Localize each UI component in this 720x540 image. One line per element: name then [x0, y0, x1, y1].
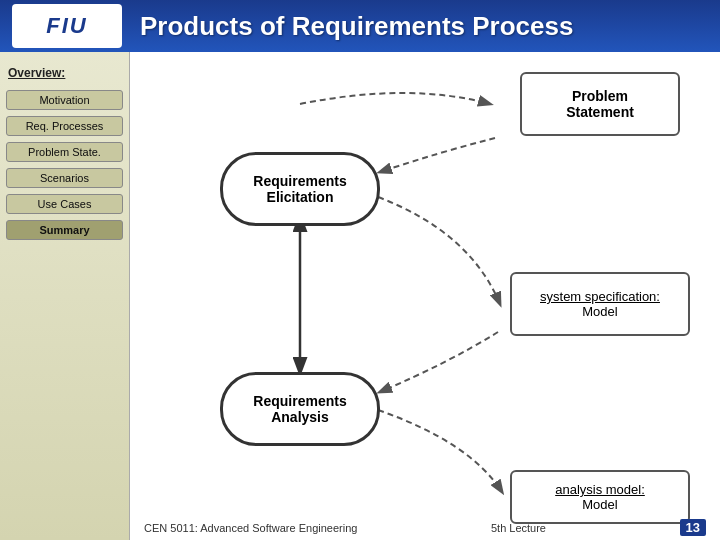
logo-text: FIU	[46, 13, 87, 39]
req-analysis-line1: Requirements	[253, 393, 346, 409]
sidebar-item-problem-state[interactable]: Problem State.	[6, 142, 123, 162]
problem-statement-box: Problem Statement	[520, 72, 680, 136]
course-label: CEN 5011: Advanced Software Engineering	[144, 522, 357, 534]
req-elicitation-line2: Elicitation	[267, 189, 334, 205]
sidebar-item-req-processes[interactable]: Req. Processes	[6, 116, 123, 136]
sidebar: Overview: Motivation Req. Processes Prob…	[0, 52, 130, 540]
problem-statement-line1: Problem	[566, 88, 634, 104]
page-number: 13	[680, 519, 706, 536]
sidebar-item-scenarios[interactable]: Scenarios	[6, 168, 123, 188]
sys-spec-box: system specification: Model	[510, 272, 690, 336]
analysis-model-line2: Model	[555, 497, 645, 512]
header: FIU Products of Requirements Process	[0, 0, 720, 52]
problem-statement-line2: Statement	[566, 104, 634, 120]
req-elicitation-box: Requirements Elicitation	[220, 152, 380, 226]
page-title: Products of Requirements Process	[140, 11, 573, 42]
sidebar-item-use-cases[interactable]: Use Cases	[6, 194, 123, 214]
lecture-label: 5th Lecture	[491, 522, 546, 534]
req-elicitation-line1: Requirements	[253, 173, 346, 189]
logo: FIU	[12, 4, 122, 48]
sidebar-item-motivation[interactable]: Motivation	[6, 90, 123, 110]
req-analysis-box: Requirements Analysis	[220, 372, 380, 446]
sidebar-item-summary[interactable]: Summary	[6, 220, 123, 240]
sys-spec-line2: Model	[540, 304, 660, 319]
sys-spec-line1: system specification:	[540, 289, 660, 304]
sidebar-label: Overview:	[0, 62, 129, 86]
analysis-model-box: analysis model: Model	[510, 470, 690, 524]
content-area: Problem Statement Requirements Elicitati…	[130, 52, 720, 540]
footer: CEN 5011: Advanced Software Engineering …	[130, 519, 720, 536]
req-analysis-line2: Analysis	[271, 409, 329, 425]
main-layout: Overview: Motivation Req. Processes Prob…	[0, 52, 720, 540]
analysis-model-line1: analysis model:	[555, 482, 645, 497]
